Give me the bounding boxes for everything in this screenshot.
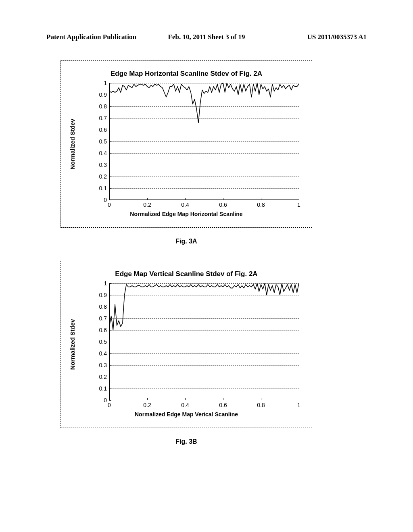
ytick [109, 83, 111, 83]
ytick [109, 106, 111, 107]
xtick-label: 0.4 [181, 402, 189, 408]
plot-area-b: 00.10.20.30.40.50.60.70.80.9100.20.40.60… [109, 283, 299, 400]
ytick [109, 318, 111, 319]
ytick-label: 0.2 [99, 374, 107, 380]
figure-caption-a: Fig. 3A [60, 238, 312, 245]
xtick [299, 398, 299, 400]
ytick-label: 0.6 [99, 327, 107, 333]
ytick [109, 377, 111, 377]
ytick [109, 141, 111, 142]
gridline [109, 188, 299, 189]
gridline [109, 389, 299, 389]
gridline [109, 295, 299, 295]
line-series-a [109, 83, 299, 123]
gridline [109, 342, 299, 342]
ytick-label: 0.3 [99, 162, 107, 168]
gridline [109, 83, 299, 83]
xtick [109, 198, 110, 200]
figure-3b: Edge Map Vertical Scanline Stdev of Fig.… [60, 261, 312, 445]
ytick-label: 0 [104, 397, 107, 403]
ytick-label: 0.9 [99, 292, 107, 298]
chart-title-b: Edge Map Vertical Scanline Stdev of Fig.… [61, 270, 312, 278]
ytick-label: 0.1 [99, 185, 107, 191]
ytick [109, 153, 111, 154]
ylabel-a: Normalized Stdev [69, 61, 76, 227]
xtick [223, 398, 223, 400]
ytick [109, 283, 111, 284]
ytick-label: 0.9 [99, 91, 107, 98]
ytick-label: 0.8 [99, 103, 107, 110]
xlabel-a: Normalized Edge Map Horizontal Scanline [61, 211, 312, 217]
xtick [261, 398, 261, 400]
ytick [109, 307, 111, 307]
xtick [223, 198, 223, 200]
xtick [147, 198, 148, 200]
gridline [109, 95, 299, 95]
figure-3a: Edge Map Horizontal Scanline Stdev of Fi… [60, 60, 312, 245]
ytick-label: 0.4 [99, 350, 107, 357]
xtick [261, 198, 261, 200]
ytick-label: 0 [104, 197, 107, 203]
ytick [109, 295, 111, 295]
page-header: Patent Application Publication Feb. 10, … [46, 33, 367, 41]
chart-title-a: Edge Map Horizontal Scanline Stdev of Fi… [61, 70, 312, 78]
xtick-label: 0.2 [143, 402, 151, 408]
ytick [109, 330, 111, 330]
gridline [109, 330, 299, 330]
xtick-label: 0.8 [257, 402, 265, 408]
xtick [299, 198, 299, 200]
gridline [109, 377, 299, 377]
ytick [109, 389, 111, 389]
ytick [109, 177, 111, 177]
chart-panel-b: Edge Map Vertical Scanline Stdev of Fig.… [60, 261, 312, 428]
ytick [109, 353, 111, 354]
xtick-label: 0.6 [219, 402, 227, 408]
ytick [109, 200, 111, 200]
ytick-label: 0.1 [99, 385, 107, 392]
ytick-label: 1 [104, 80, 107, 86]
ytick-label: 0.7 [99, 315, 107, 322]
plot-area-a: 00.10.20.30.40.50.60.70.80.9100.20.40.60… [109, 83, 299, 200]
ytick [109, 342, 111, 342]
xtick-label: 0.2 [143, 202, 151, 208]
ytick-label: 0.6 [99, 127, 107, 133]
xtick [185, 198, 186, 200]
gridline [109, 118, 299, 118]
xtick-label: 1 [297, 402, 300, 408]
xtick-label: 0.6 [219, 202, 227, 208]
ytick-label: 0.5 [99, 339, 107, 345]
gridline [109, 353, 299, 354]
ytick [109, 400, 111, 401]
xtick [147, 398, 148, 400]
ytick [109, 118, 111, 118]
xtick-label: 1 [297, 202, 300, 208]
xtick-label: 0 [108, 402, 111, 408]
header-center: Feb. 10, 2011 Sheet 3 of 19 [46, 33, 367, 41]
ytick [109, 95, 111, 95]
chart-panel-a: Edge Map Horizontal Scanline Stdev of Fi… [60, 60, 312, 228]
ytick [109, 188, 111, 189]
gridline [109, 365, 299, 366]
gridline [109, 130, 299, 130]
gridline [109, 165, 299, 165]
gridline [109, 177, 299, 177]
gridline [109, 307, 299, 307]
ytick [109, 365, 111, 366]
ytick-label: 0.4 [99, 150, 107, 156]
ytick-label: 1 [104, 280, 107, 287]
figure-caption-b: Fig. 3B [60, 438, 312, 445]
xlabel-b: Normalized Edge Map Verical Scanline [61, 411, 312, 418]
xtick [109, 398, 110, 400]
xtick-label: 0 [108, 202, 111, 208]
xtick-label: 0.8 [257, 202, 265, 208]
gridline [109, 141, 299, 142]
gridline [109, 153, 299, 154]
ytick-label: 0.3 [99, 362, 107, 368]
gridline [109, 318, 299, 319]
ytick-label: 0.5 [99, 138, 107, 145]
ytick [109, 165, 111, 165]
ytick-label: 0.2 [99, 173, 107, 180]
xtick-label: 0.4 [181, 202, 189, 208]
gridline [109, 283, 299, 284]
ytick-label: 0.7 [99, 115, 107, 121]
